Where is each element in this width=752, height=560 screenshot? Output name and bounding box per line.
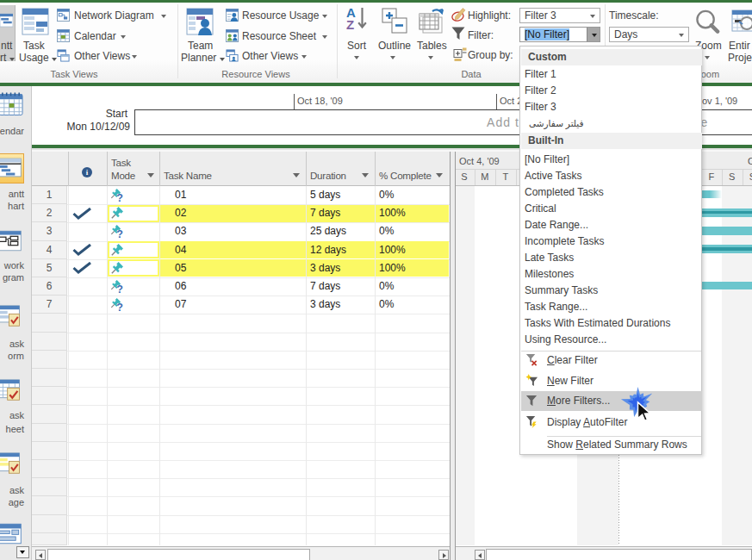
svg-text:?: ? (116, 302, 123, 312)
svg-text:?: ? (116, 283, 123, 294)
svg-text:?: ? (116, 228, 123, 239)
svg-text:?: ? (116, 192, 123, 202)
